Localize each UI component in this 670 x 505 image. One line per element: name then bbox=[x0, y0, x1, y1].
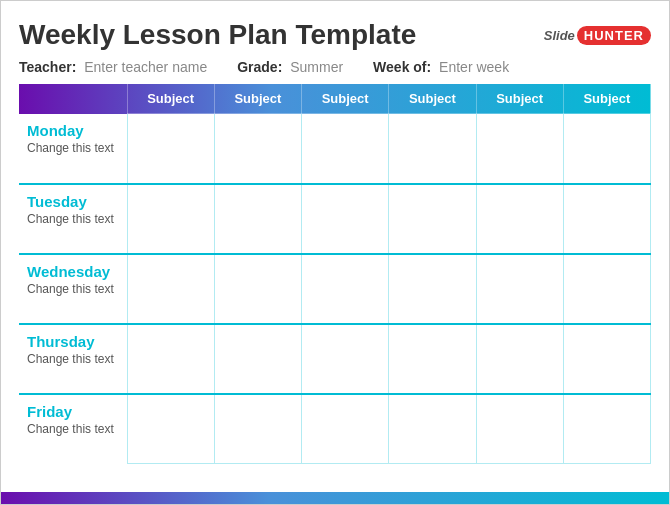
header-subject-5: Subject bbox=[476, 84, 563, 114]
page-title: Weekly Lesson Plan Template bbox=[19, 19, 416, 51]
subject-cell[interactable] bbox=[563, 114, 650, 184]
subject-cell[interactable] bbox=[127, 394, 214, 464]
table-row: FridayChange this text bbox=[19, 394, 651, 464]
day-cell-monday[interactable]: MondayChange this text bbox=[19, 114, 127, 184]
day-cell-thursday[interactable]: ThursdayChange this text bbox=[19, 324, 127, 394]
subject-cell[interactable] bbox=[563, 324, 650, 394]
header-subject-1: Subject bbox=[127, 84, 214, 114]
subject-cell[interactable] bbox=[563, 394, 650, 464]
day-name: Monday bbox=[27, 122, 121, 139]
day-cell-wednesday[interactable]: WednesdayChange this text bbox=[19, 254, 127, 324]
subject-cell[interactable] bbox=[389, 254, 476, 324]
day-note[interactable]: Change this text bbox=[27, 422, 121, 436]
subject-cell[interactable] bbox=[214, 324, 301, 394]
teacher-label: Teacher: Enter teacher name bbox=[19, 59, 207, 75]
header-subject-3: Subject bbox=[302, 84, 389, 114]
table-row: WednesdayChange this text bbox=[19, 254, 651, 324]
day-name: Friday bbox=[27, 403, 121, 420]
subject-cell[interactable] bbox=[127, 184, 214, 254]
subject-cell[interactable] bbox=[389, 324, 476, 394]
week-label: Week of: Enter week bbox=[373, 59, 509, 75]
subject-cell[interactable] bbox=[476, 184, 563, 254]
table-row: MondayChange this text bbox=[19, 114, 651, 184]
day-cell-tuesday[interactable]: TuesdayChange this text bbox=[19, 184, 127, 254]
subject-cell[interactable] bbox=[476, 114, 563, 184]
subject-cell[interactable] bbox=[476, 254, 563, 324]
day-note[interactable]: Change this text bbox=[27, 212, 121, 226]
header-subject-2: Subject bbox=[214, 84, 301, 114]
subject-cell[interactable] bbox=[302, 254, 389, 324]
subject-cell[interactable] bbox=[127, 114, 214, 184]
subject-cell[interactable] bbox=[563, 184, 650, 254]
logo-slides: Slide bbox=[544, 28, 575, 43]
header-subject-6: Subject bbox=[563, 84, 650, 114]
subject-cell[interactable] bbox=[214, 394, 301, 464]
subject-cell[interactable] bbox=[302, 324, 389, 394]
meta-row: Teacher: Enter teacher name Grade: Summe… bbox=[19, 59, 651, 75]
day-name: Thursday bbox=[27, 333, 121, 350]
subject-cell[interactable] bbox=[476, 394, 563, 464]
table-row: TuesdayChange this text bbox=[19, 184, 651, 254]
subject-cell[interactable] bbox=[214, 254, 301, 324]
day-name: Tuesday bbox=[27, 193, 121, 210]
logo-hunter: HUNTER bbox=[577, 26, 651, 45]
header-row: Weekly Lesson Plan Template Slide HUNTER bbox=[19, 19, 651, 51]
subject-cell[interactable] bbox=[389, 184, 476, 254]
subject-cell[interactable] bbox=[389, 114, 476, 184]
header-day-col bbox=[19, 84, 127, 114]
subject-cell[interactable] bbox=[302, 184, 389, 254]
bottom-bar bbox=[1, 492, 669, 504]
page: Weekly Lesson Plan Template Slide HUNTER… bbox=[0, 0, 670, 505]
header-subject-4: Subject bbox=[389, 84, 476, 114]
subject-cell[interactable] bbox=[214, 184, 301, 254]
day-note[interactable]: Change this text bbox=[27, 141, 121, 155]
subject-cell[interactable] bbox=[302, 114, 389, 184]
subject-cell[interactable] bbox=[563, 254, 650, 324]
logo: Slide HUNTER bbox=[544, 26, 651, 45]
subject-cell[interactable] bbox=[127, 324, 214, 394]
day-cell-friday[interactable]: FridayChange this text bbox=[19, 394, 127, 464]
subject-cell[interactable] bbox=[389, 394, 476, 464]
subject-cell[interactable] bbox=[302, 394, 389, 464]
lesson-table: Subject Subject Subject Subject Subject … bbox=[19, 83, 651, 464]
grade-label: Grade: Summer bbox=[237, 59, 343, 75]
day-note[interactable]: Change this text bbox=[27, 282, 121, 296]
table-header-row: Subject Subject Subject Subject Subject … bbox=[19, 84, 651, 114]
day-name: Wednesday bbox=[27, 263, 121, 280]
day-note[interactable]: Change this text bbox=[27, 352, 121, 366]
subject-cell[interactable] bbox=[127, 254, 214, 324]
subject-cell[interactable] bbox=[476, 324, 563, 394]
subject-cell[interactable] bbox=[214, 114, 301, 184]
table-wrap: Subject Subject Subject Subject Subject … bbox=[19, 83, 651, 492]
table-row: ThursdayChange this text bbox=[19, 324, 651, 394]
